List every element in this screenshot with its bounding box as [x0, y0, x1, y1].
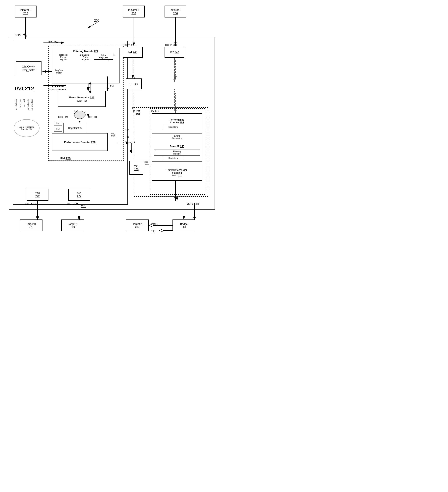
- pm220-label: PM 220: [60, 156, 71, 160]
- ocp1-label: OCP1: [151, 223, 158, 226]
- ocp1-294-label: 294: [151, 230, 155, 233]
- s-e-valid-label: s.e_valid: [23, 99, 25, 107]
- filter-ocp-label: filter_ocp: [88, 116, 97, 118]
- initiator1-box: Initiator 1 204: [123, 6, 145, 18]
- m-e-type-label: m_e_type: [19, 99, 21, 108]
- sw-ocp-label: sw_ocp: [111, 132, 115, 137]
- ia1-box: IA1 240: [123, 47, 143, 58]
- registers-filtering-256-box: Registers: [163, 156, 183, 160]
- initiator0-box: Initiator 0 202: [15, 6, 37, 18]
- sinterrupt-label: SInterrupt: [125, 141, 135, 144]
- num-231-label: 231: [110, 85, 114, 88]
- num-234-label: 234: [74, 109, 78, 112]
- event-generator-226-box: Event Generator 226 event_ Intf: [58, 91, 106, 107]
- ocp2-292-label: 292 OCP2: [25, 203, 36, 205]
- bridge-box: Bridge284: [172, 219, 195, 231]
- reqdata-match-label: ReqDatamatch: [55, 69, 63, 74]
- rt-box: RT 260: [126, 78, 142, 89]
- sw-ocp-pm252-label: sw_ocp: [151, 110, 159, 112]
- target1-box: Target 1280: [61, 219, 84, 231]
- box-292: 292: [54, 127, 62, 132]
- system-num-label: 200: [94, 19, 100, 22]
- svg-line-12: [88, 22, 98, 28]
- diagram-container: 200 Initiator 0 202 Initiator 1 204 Init…: [3, 2, 221, 248]
- target2-box: Target 2282: [126, 219, 149, 231]
- s-e-overflow-label: s.e_overflow: [31, 99, 33, 111]
- ia2-box: IA2 242: [165, 47, 184, 58]
- perf-counter-230-box: Performance Counter 230: [52, 133, 108, 151]
- box-291: 291: [54, 121, 62, 126]
- registers-254-box: Registers: [163, 125, 183, 129]
- m-startstop-label: m_startstop: [15, 99, 17, 110]
- tat2-box: Transfer/transactionmatchingTAT2 270: [152, 165, 202, 181]
- ta2-box: TA2250: [129, 161, 143, 175]
- event-reporting-bundle: Event-ReportingBundle 234: [14, 119, 40, 137]
- num-235-label: 235: [125, 129, 129, 132]
- queue-box: 214 Queue Resp_match: [16, 61, 41, 75]
- registers-232-box: Registers 232: [63, 123, 87, 133]
- s-e-attribute-label: s.e_attribute: [27, 99, 29, 110]
- mon-ocp-label: mon_ocp: [49, 40, 58, 43]
- target0-box: Target 0276: [20, 219, 42, 231]
- ocp2-288-label: OCP2 288: [187, 203, 199, 205]
- ta1-box: TA1274: [68, 189, 90, 201]
- initiator2-box: Initiator 2 206: [165, 6, 186, 18]
- ocp2-207-label: OCP2 207: [15, 34, 26, 37]
- event-measurement-label: 222 EventMeasurement: [50, 85, 66, 91]
- filter-registers-box: FilterRegisters: [94, 53, 113, 60]
- inner-num-label: 201: [81, 205, 86, 208]
- ocp2-290-label: 290 OCP2: [67, 203, 79, 205]
- num-228-label: 228: [80, 54, 84, 56]
- ta0-box: TA0272: [27, 189, 49, 201]
- pm252-label: PM252: [135, 109, 140, 116]
- mon-ocp-pm252-label: mon_ocp: [145, 161, 149, 165]
- event-intf-label: event_ Intf: [58, 116, 68, 118]
- ia0-label: IA0 212: [15, 85, 34, 92]
